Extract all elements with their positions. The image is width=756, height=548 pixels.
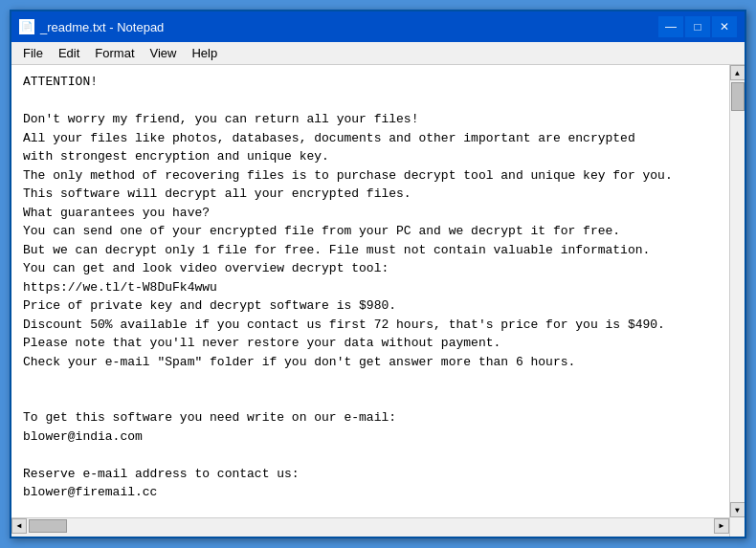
- menu-edit[interactable]: Edit: [51, 43, 87, 64]
- scroll-left-arrow[interactable]: ◀: [11, 518, 27, 534]
- text-editor[interactable]: ATTENTION! Don't worry my friend, you ca…: [11, 65, 729, 517]
- scroll-track-horizontal[interactable]: [27, 518, 714, 533]
- notepad-window: 📄 _readme.txt - Notepad — □ ✕ File Edit …: [10, 10, 746, 538]
- close-button[interactable]: ✕: [712, 16, 737, 37]
- title-bar: 📄 _readme.txt - Notepad — □ ✕: [11, 11, 745, 42]
- menu-file[interactable]: File: [15, 43, 51, 64]
- title-bar-left: 📄 _readme.txt - Notepad: [19, 19, 164, 34]
- scroll-up-arrow[interactable]: ▲: [730, 65, 745, 80]
- bottom-row: ◀ ▶: [11, 517, 745, 537]
- window-title: _readme.txt - Notepad: [40, 20, 164, 34]
- corner-piece: [729, 517, 745, 537]
- menu-format[interactable]: Format: [87, 43, 142, 64]
- scroll-thumb-vertical[interactable]: [731, 82, 745, 111]
- maximize-button[interactable]: □: [685, 16, 710, 37]
- horizontal-scrollbar[interactable]: ◀ ▶: [11, 517, 729, 533]
- scroll-thumb-horizontal[interactable]: [29, 519, 67, 533]
- menu-bar: File Edit Format View Help: [11, 42, 745, 65]
- content-area: ATTENTION! Don't worry my friend, you ca…: [11, 65, 745, 517]
- scroll-right-arrow[interactable]: ▶: [714, 518, 729, 534]
- minimize-button[interactable]: —: [658, 16, 683, 37]
- menu-help[interactable]: Help: [184, 43, 225, 64]
- menu-view[interactable]: View: [143, 43, 185, 64]
- scroll-down-arrow[interactable]: ▼: [730, 502, 745, 517]
- vertical-scrollbar[interactable]: ▲ ▼: [729, 65, 745, 517]
- window-controls: — □ ✕: [658, 16, 737, 37]
- scroll-track-vertical[interactable]: [730, 80, 745, 502]
- notepad-icon: 📄: [19, 19, 34, 34]
